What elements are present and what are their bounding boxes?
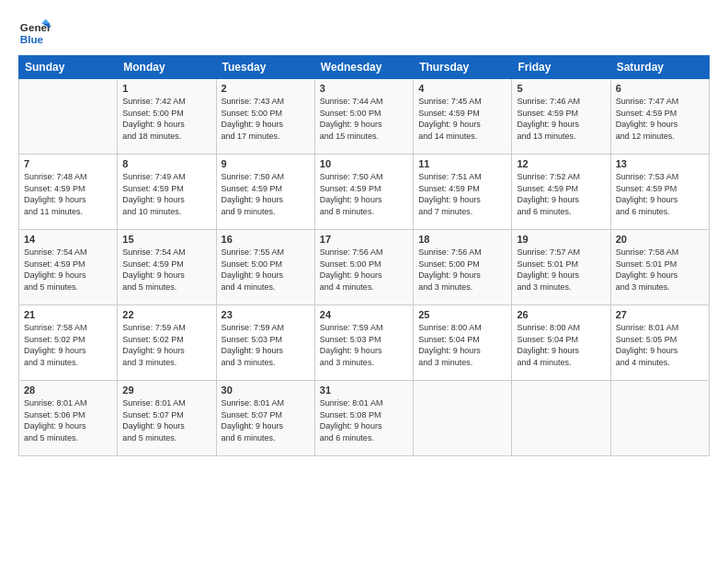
calendar-cell: 21Sunrise: 7:58 AM Sunset: 5:02 PM Dayli…	[19, 305, 118, 381]
day-info: Sunrise: 7:59 AM Sunset: 5:02 PM Dayligh…	[122, 322, 210, 368]
day-info: Sunrise: 7:45 AM Sunset: 4:59 PM Dayligh…	[418, 96, 506, 142]
calendar-cell: 12Sunrise: 7:52 AM Sunset: 4:59 PM Dayli…	[512, 155, 610, 230]
calendar-cell	[19, 79, 118, 155]
day-header-wednesday: Wednesday	[314, 56, 413, 79]
day-info: Sunrise: 7:47 AM Sunset: 4:59 PM Dayligh…	[616, 96, 704, 142]
day-number: 9	[222, 158, 310, 169]
day-number: 3	[320, 83, 408, 94]
day-info: Sunrise: 7:46 AM Sunset: 4:59 PM Dayligh…	[517, 96, 605, 142]
calendar-cell: 6Sunrise: 7:47 AM Sunset: 4:59 PM Daylig…	[610, 79, 709, 155]
day-number: 28	[24, 385, 112, 396]
day-number: 15	[122, 234, 210, 245]
day-info: Sunrise: 7:51 AM Sunset: 4:59 PM Dayligh…	[418, 171, 506, 217]
day-number: 11	[418, 158, 506, 169]
calendar-cell: 3Sunrise: 7:44 AM Sunset: 5:00 PM Daylig…	[314, 79, 413, 155]
day-number: 20	[616, 234, 704, 245]
day-info: Sunrise: 8:01 AM Sunset: 5:07 PM Dayligh…	[122, 397, 210, 443]
day-header-thursday: Thursday	[414, 56, 512, 79]
calendar-cell: 18Sunrise: 7:56 AM Sunset: 5:00 PM Dayli…	[414, 230, 512, 305]
week-row-2: 7Sunrise: 7:48 AM Sunset: 4:59 PM Daylig…	[19, 155, 710, 230]
day-number: 29	[122, 385, 210, 396]
day-number: 21	[24, 309, 112, 320]
day-number: 24	[320, 309, 408, 320]
calendar-cell: 25Sunrise: 8:00 AM Sunset: 5:04 PM Dayli…	[414, 305, 512, 381]
day-info: Sunrise: 8:01 AM Sunset: 5:05 PM Dayligh…	[616, 322, 704, 368]
day-info: Sunrise: 7:56 AM Sunset: 5:00 PM Dayligh…	[418, 247, 506, 293]
calendar-cell	[512, 381, 610, 456]
day-number: 19	[517, 234, 605, 245]
calendar-cell	[414, 381, 512, 456]
day-header-friday: Friday	[512, 56, 610, 79]
day-number: 16	[222, 234, 310, 245]
calendar-cell: 19Sunrise: 7:57 AM Sunset: 5:01 PM Dayli…	[512, 230, 610, 305]
day-header-tuesday: Tuesday	[216, 56, 314, 79]
day-info: Sunrise: 7:56 AM Sunset: 5:00 PM Dayligh…	[320, 247, 408, 293]
day-info: Sunrise: 7:58 AM Sunset: 5:02 PM Dayligh…	[24, 322, 112, 368]
day-number: 22	[122, 309, 210, 320]
day-number: 13	[616, 158, 704, 169]
day-number: 1	[122, 83, 210, 94]
day-number: 27	[616, 309, 704, 320]
day-info: Sunrise: 8:01 AM Sunset: 5:08 PM Dayligh…	[320, 397, 408, 443]
day-number: 31	[320, 385, 408, 396]
calendar-cell	[610, 381, 709, 456]
calendar-cell: 13Sunrise: 7:53 AM Sunset: 4:59 PM Dayli…	[610, 155, 709, 230]
day-info: Sunrise: 7:50 AM Sunset: 4:59 PM Dayligh…	[320, 171, 408, 217]
day-info: Sunrise: 7:52 AM Sunset: 4:59 PM Dayligh…	[517, 171, 605, 217]
calendar-cell: 5Sunrise: 7:46 AM Sunset: 4:59 PM Daylig…	[512, 79, 610, 155]
week-row-4: 21Sunrise: 7:58 AM Sunset: 5:02 PM Dayli…	[19, 305, 710, 381]
day-info: Sunrise: 7:53 AM Sunset: 4:59 PM Dayligh…	[616, 171, 704, 217]
day-info: Sunrise: 7:58 AM Sunset: 5:01 PM Dayligh…	[616, 247, 704, 293]
calendar-cell: 29Sunrise: 8:01 AM Sunset: 5:07 PM Dayli…	[118, 381, 216, 456]
day-number: 4	[418, 83, 506, 94]
day-info: Sunrise: 7:44 AM Sunset: 5:00 PM Dayligh…	[320, 96, 408, 142]
week-row-3: 14Sunrise: 7:54 AM Sunset: 4:59 PM Dayli…	[19, 230, 710, 305]
week-row-5: 28Sunrise: 8:01 AM Sunset: 5:06 PM Dayli…	[19, 381, 710, 456]
calendar-cell: 17Sunrise: 7:56 AM Sunset: 5:00 PM Dayli…	[314, 230, 413, 305]
day-info: Sunrise: 8:00 AM Sunset: 5:04 PM Dayligh…	[517, 322, 605, 368]
day-info: Sunrise: 7:59 AM Sunset: 5:03 PM Dayligh…	[222, 322, 310, 368]
day-number: 23	[222, 309, 310, 320]
day-info: Sunrise: 7:50 AM Sunset: 4:59 PM Dayligh…	[222, 171, 310, 217]
calendar-cell: 16Sunrise: 7:55 AM Sunset: 5:00 PM Dayli…	[216, 230, 314, 305]
day-info: Sunrise: 7:55 AM Sunset: 5:00 PM Dayligh…	[222, 247, 310, 293]
calendar-cell: 20Sunrise: 7:58 AM Sunset: 5:01 PM Dayli…	[610, 230, 709, 305]
day-header-monday: Monday	[118, 56, 216, 79]
day-number: 25	[418, 309, 506, 320]
day-info: Sunrise: 7:49 AM Sunset: 4:59 PM Dayligh…	[122, 171, 210, 217]
calendar-cell: 14Sunrise: 7:54 AM Sunset: 4:59 PM Dayli…	[19, 230, 118, 305]
day-number: 2	[222, 83, 310, 94]
day-number: 6	[616, 83, 704, 94]
calendar-cell: 24Sunrise: 7:59 AM Sunset: 5:03 PM Dayli…	[314, 305, 413, 381]
day-number: 12	[517, 158, 605, 169]
day-number: 10	[320, 158, 408, 169]
calendar-cell: 15Sunrise: 7:54 AM Sunset: 4:59 PM Dayli…	[118, 230, 216, 305]
calendar-cell: 4Sunrise: 7:45 AM Sunset: 4:59 PM Daylig…	[414, 79, 512, 155]
calendar-cell: 23Sunrise: 7:59 AM Sunset: 5:03 PM Dayli…	[216, 305, 314, 381]
day-info: Sunrise: 8:01 AM Sunset: 5:07 PM Dayligh…	[222, 397, 310, 443]
day-info: Sunrise: 7:42 AM Sunset: 5:00 PM Dayligh…	[122, 96, 210, 142]
calendar-cell: 9Sunrise: 7:50 AM Sunset: 4:59 PM Daylig…	[216, 155, 314, 230]
calendar-cell: 7Sunrise: 7:48 AM Sunset: 4:59 PM Daylig…	[19, 155, 118, 230]
calendar-cell: 8Sunrise: 7:49 AM Sunset: 4:59 PM Daylig…	[118, 155, 216, 230]
header: General Blue	[18, 17, 710, 50]
logo-icon: General Blue	[18, 17, 51, 50]
day-info: Sunrise: 7:43 AM Sunset: 5:00 PM Dayligh…	[222, 96, 310, 142]
day-info: Sunrise: 7:54 AM Sunset: 4:59 PM Dayligh…	[24, 247, 112, 293]
day-number: 7	[24, 158, 112, 169]
day-info: Sunrise: 7:59 AM Sunset: 5:03 PM Dayligh…	[320, 322, 408, 368]
day-info: Sunrise: 7:57 AM Sunset: 5:01 PM Dayligh…	[517, 247, 605, 293]
day-header-saturday: Saturday	[610, 56, 709, 79]
days-header-row: SundayMondayTuesdayWednesdayThursdayFrid…	[19, 56, 710, 79]
page: General Blue SundayMondayTuesdayWednesda…	[0, 0, 728, 465]
calendar-cell: 27Sunrise: 8:01 AM Sunset: 5:05 PM Dayli…	[610, 305, 709, 381]
calendar-cell: 31Sunrise: 8:01 AM Sunset: 5:08 PM Dayli…	[314, 381, 413, 456]
day-info: Sunrise: 7:48 AM Sunset: 4:59 PM Dayligh…	[24, 171, 112, 217]
day-number: 18	[418, 234, 506, 245]
calendar-cell: 26Sunrise: 8:00 AM Sunset: 5:04 PM Dayli…	[512, 305, 610, 381]
week-row-1: 1Sunrise: 7:42 AM Sunset: 5:00 PM Daylig…	[19, 79, 710, 155]
calendar-cell: 1Sunrise: 7:42 AM Sunset: 5:00 PM Daylig…	[118, 79, 216, 155]
day-info: Sunrise: 7:54 AM Sunset: 4:59 PM Dayligh…	[122, 247, 210, 293]
svg-text:Blue: Blue	[20, 33, 44, 45]
day-number: 8	[122, 158, 210, 169]
